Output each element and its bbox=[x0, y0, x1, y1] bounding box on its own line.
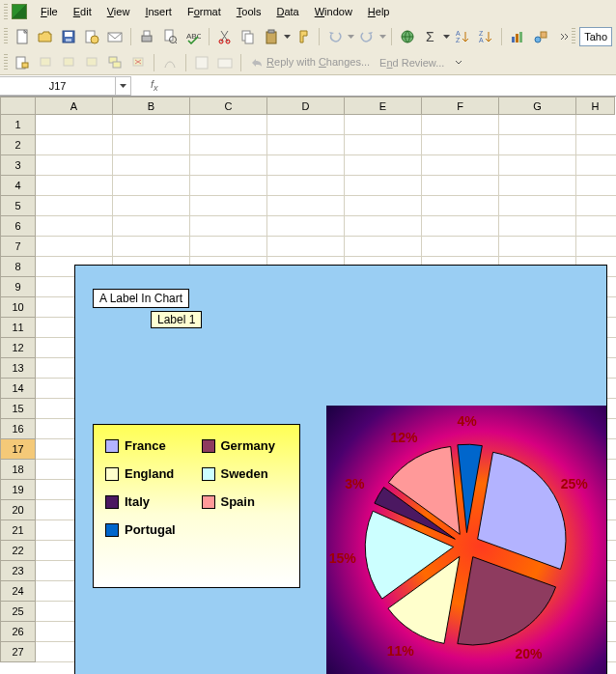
row-header[interactable]: 26 bbox=[0, 622, 36, 642]
column-header[interactable]: C bbox=[190, 97, 267, 115]
legend-item[interactable]: France bbox=[105, 438, 192, 453]
undo-dropdown[interactable] bbox=[348, 26, 354, 47]
row-header[interactable]: 27 bbox=[0, 642, 36, 662]
drawing-button[interactable] bbox=[530, 26, 551, 47]
row-header[interactable]: 14 bbox=[0, 379, 36, 399]
pie-slice[interactable] bbox=[458, 557, 556, 645]
row-header[interactable]: 23 bbox=[0, 561, 36, 581]
menubar-grip[interactable] bbox=[4, 4, 8, 19]
row-header[interactable]: 13 bbox=[0, 358, 36, 379]
row-header[interactable]: 7 bbox=[0, 237, 36, 257]
print-button[interactable] bbox=[136, 26, 157, 47]
send-to-mail-button[interactable] bbox=[214, 52, 236, 73]
row-header[interactable]: 16 bbox=[0, 419, 36, 439]
row-header[interactable]: 21 bbox=[0, 520, 36, 541]
show-comment-button[interactable] bbox=[81, 52, 102, 73]
autosum-button[interactable]: Σ bbox=[420, 26, 441, 47]
paste-button[interactable] bbox=[261, 26, 282, 47]
show-ink-button[interactable] bbox=[159, 52, 181, 73]
permission-button[interactable] bbox=[81, 26, 102, 47]
column-header[interactable]: B bbox=[113, 97, 190, 115]
menu-window[interactable]: Window bbox=[307, 3, 360, 20]
row-header[interactable]: 8 bbox=[0, 257, 36, 277]
chart-plot-area[interactable]: 25%20%11%15%3%12%4% bbox=[326, 406, 606, 674]
toolbar-grip[interactable] bbox=[4, 54, 8, 71]
sort-asc-button[interactable]: AZ bbox=[452, 26, 473, 47]
undo-button[interactable] bbox=[324, 26, 346, 47]
email-button[interactable] bbox=[104, 26, 126, 47]
name-box-dropdown[interactable] bbox=[116, 76, 131, 96]
row-header[interactable]: 1 bbox=[0, 115, 36, 135]
redo-button[interactable] bbox=[356, 26, 378, 47]
autosum-dropdown[interactable] bbox=[443, 26, 450, 47]
worksheet[interactable]: ABCDEFGH 1234567891011121314151617181920… bbox=[0, 97, 616, 674]
hyperlink-button[interactable] bbox=[397, 26, 418, 47]
menu-format[interactable]: Format bbox=[180, 3, 229, 20]
cut-button[interactable] bbox=[214, 26, 236, 47]
app-icon[interactable] bbox=[12, 4, 27, 19]
pie-slice[interactable] bbox=[478, 452, 566, 569]
row-header[interactable]: 19 bbox=[0, 480, 36, 500]
new-comment-button[interactable] bbox=[12, 52, 33, 73]
toolbar-overflow[interactable] bbox=[454, 55, 463, 70]
new-button[interactable] bbox=[12, 26, 33, 47]
sort-desc-button[interactable]: ZA bbox=[475, 26, 496, 47]
paste-dropdown[interactable] bbox=[284, 26, 291, 47]
legend-item[interactable]: Spain bbox=[202, 494, 289, 509]
copy-button[interactable] bbox=[238, 26, 259, 47]
column-header[interactable]: E bbox=[345, 97, 422, 115]
toolbar-overflow[interactable] bbox=[560, 29, 570, 44]
font-name-combo[interactable]: Taho bbox=[579, 27, 612, 46]
chart-legend[interactable]: FranceGermanyEnglandSwedenItalySpainPort… bbox=[93, 424, 300, 588]
menu-help[interactable]: Help bbox=[360, 3, 398, 20]
redo-dropdown[interactable] bbox=[379, 26, 386, 47]
row-header[interactable]: 5 bbox=[0, 196, 36, 216]
menu-edit[interactable]: Edit bbox=[66, 3, 99, 20]
row-header[interactable]: 10 bbox=[0, 297, 36, 318]
embedded-chart[interactable]: A Label In Chart Label 1 FranceGermanyEn… bbox=[74, 265, 607, 674]
menu-view[interactable]: View bbox=[99, 3, 138, 20]
row-header[interactable]: 25 bbox=[0, 602, 36, 622]
row-header[interactable]: 2 bbox=[0, 135, 36, 155]
legend-item[interactable]: England bbox=[105, 466, 192, 481]
row-header[interactable]: 18 bbox=[0, 460, 36, 480]
print-preview-button[interactable] bbox=[159, 26, 181, 47]
spelling-button[interactable]: ABC bbox=[182, 26, 204, 47]
menu-file[interactable]: File bbox=[33, 3, 66, 20]
column-header[interactable]: G bbox=[499, 97, 576, 115]
column-header[interactable]: H bbox=[576, 97, 615, 115]
show-all-comments-button[interactable] bbox=[104, 52, 126, 73]
row-header[interactable]: 3 bbox=[0, 155, 36, 176]
row-header[interactable]: 4 bbox=[0, 176, 36, 196]
format-painter-button[interactable] bbox=[293, 26, 314, 47]
chart-text-label[interactable]: A Label In Chart bbox=[93, 289, 189, 308]
row-header[interactable]: 6 bbox=[0, 216, 36, 237]
column-header[interactable]: D bbox=[267, 97, 345, 115]
row-header[interactable]: 22 bbox=[0, 541, 36, 561]
row-header[interactable]: 17 bbox=[0, 439, 36, 460]
pie-slice[interactable] bbox=[458, 444, 482, 532]
next-comment-button[interactable] bbox=[58, 52, 79, 73]
row-header[interactable]: 12 bbox=[0, 338, 36, 358]
chart-text-label-2[interactable]: Label 1 bbox=[151, 311, 202, 328]
chart-wizard-button[interactable] bbox=[507, 26, 528, 47]
row-header[interactable]: 11 bbox=[0, 318, 36, 338]
toolbar-grip[interactable] bbox=[572, 28, 575, 45]
legend-item[interactable]: Italy bbox=[105, 494, 192, 509]
column-header[interactable]: F bbox=[422, 97, 499, 115]
legend-item[interactable]: Germany bbox=[202, 438, 289, 453]
open-button[interactable] bbox=[35, 26, 56, 47]
toolbar-grip[interactable] bbox=[4, 28, 8, 45]
row-header[interactable]: 9 bbox=[0, 277, 36, 297]
legend-item[interactable]: Sweden bbox=[202, 466, 289, 481]
legend-item[interactable]: Portugal bbox=[105, 522, 197, 537]
menu-insert[interactable]: Insert bbox=[137, 3, 180, 20]
menu-data[interactable]: Data bbox=[268, 3, 306, 20]
save-button[interactable] bbox=[58, 26, 79, 47]
name-box[interactable]: J17 bbox=[0, 76, 116, 96]
pie-chart[interactable] bbox=[346, 425, 587, 666]
row-header[interactable]: 24 bbox=[0, 581, 36, 602]
select-all-corner[interactable] bbox=[0, 97, 36, 115]
prev-comment-button[interactable] bbox=[35, 52, 56, 73]
menu-tools[interactable]: Tools bbox=[229, 3, 269, 20]
